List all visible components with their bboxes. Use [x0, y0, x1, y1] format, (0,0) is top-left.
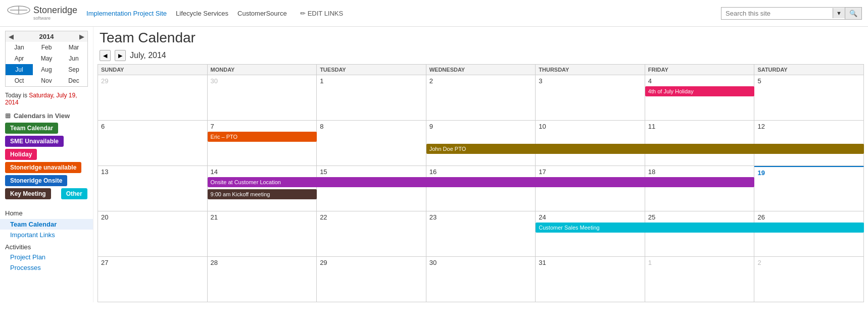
mini-cal-month-may[interactable]: May	[33, 53, 60, 64]
cal-cell-w1d1: 7	[208, 121, 317, 166]
cal-cell-w3d0: 20	[98, 211, 208, 257]
col-wednesday: WEDNESDAY	[426, 65, 536, 75]
mini-cal-month-mar[interactable]: Mar	[60, 42, 87, 53]
cal-cell-w4d5: 1	[645, 257, 755, 302]
cal-cell-w0d4: 3	[536, 75, 645, 121]
mini-cal-month-feb[interactable]: Feb	[33, 42, 60, 53]
logo: Stoneridge software	[6, 3, 77, 23]
cell-date: 24	[539, 213, 546, 221]
search-box: ▼ 🔍	[721, 7, 862, 20]
cal-prev-btn[interactable]: ◀	[100, 50, 111, 61]
cal-cell-w2d2: 15	[317, 166, 426, 211]
sidebar-link-project-plan[interactable]: Project Plan	[0, 252, 93, 262]
cal-cell-w0d5: 4	[645, 75, 755, 121]
cal-cell-w2d1: 14	[208, 166, 317, 211]
mini-cal-month-nov[interactable]: Nov	[33, 75, 60, 86]
cal-badge-team-calendar[interactable]: Team Calendar	[5, 123, 58, 134]
cal-badge-key-meeting[interactable]: Key Meeting	[5, 188, 51, 199]
mini-cal-month-apr[interactable]: Apr	[6, 53, 33, 64]
cell-date: 31	[539, 259, 546, 266]
cell-date: 9	[429, 123, 433, 130]
mini-cal-month-sep[interactable]: Sep	[60, 64, 87, 75]
calendars-header: ⊞ Calendars in View	[0, 110, 93, 122]
cal-cell-w1d5: 11	[645, 121, 755, 166]
cal-cell-w0d6: 5	[754, 75, 864, 121]
cell-date: 16	[429, 168, 437, 176]
mini-cal-month-dec[interactable]: Dec	[60, 75, 87, 86]
cell-date: 22	[320, 213, 327, 221]
cell-date: 8	[320, 123, 323, 130]
nav-customersource[interactable]: CustomerSource	[237, 10, 287, 17]
mini-cal-month-jun[interactable]: Jun	[60, 53, 87, 64]
cell-date: 4	[648, 77, 652, 85]
nav-site-title[interactable]: Implementation Project Site	[86, 10, 167, 17]
cal-badge-holiday[interactable]: Holiday	[5, 149, 37, 160]
sidebar: ◀ 2014 ▶ JanFebMarAprMayJunJulAugSepOctN…	[0, 27, 93, 302]
cal-badge-stoneridge-onsite[interactable]: Stoneridge Onsite	[5, 175, 67, 186]
cell-date: 15	[320, 168, 327, 176]
mini-cal-month-jan[interactable]: Jan	[6, 42, 33, 53]
cell-date: 23	[429, 213, 437, 221]
sidebar-link-important-links[interactable]: Important Links	[0, 230, 93, 240]
cell-date: 6	[101, 123, 105, 130]
cell-date: 20	[101, 213, 108, 221]
logo-text-area: Stoneridge software	[33, 6, 77, 21]
cell-date: 27	[101, 259, 108, 266]
cal-badge-other[interactable]: Other	[61, 188, 87, 199]
cell-date: 10	[539, 123, 546, 130]
search-dropdown-icon[interactable]: ▼	[833, 8, 845, 18]
cell-date: 29	[320, 259, 327, 266]
cell-date: 18	[648, 168, 655, 176]
cal-cell-w2d3: 16	[426, 166, 536, 211]
pencil-icon: ✏	[300, 10, 306, 17]
cell-date: 11	[648, 123, 655, 130]
mini-cal-next[interactable]: ▶	[79, 33, 84, 40]
sidebar-link-team-calendar[interactable]: Team Calendar	[0, 219, 93, 230]
col-sunday: SUNDAY	[98, 65, 208, 75]
cal-cell-w1d0: 6	[98, 121, 208, 166]
cal-cell-w2d5: 18	[645, 166, 755, 211]
cell-date: 12	[757, 123, 764, 130]
cell-date: 26	[757, 213, 764, 221]
calendar-grid: SUNDAY MONDAY TUESDAY WEDNESDAY THURSDAY…	[98, 64, 864, 302]
cell-date: 5	[757, 77, 761, 85]
search-button[interactable]: 🔍	[845, 8, 861, 19]
cal-cell-w2d0: 13	[98, 166, 208, 211]
cal-cell-w3d5: 25	[645, 211, 755, 257]
col-friday: FRIDAY	[645, 65, 755, 75]
cal-cell-w0d3: 2	[426, 75, 536, 121]
cell-date: 28	[211, 259, 218, 266]
cal-cell-w4d3: 30	[426, 257, 536, 302]
cell-date: 29	[101, 77, 108, 85]
cal-cell-w2d4: 17	[536, 166, 645, 211]
cal-next-btn[interactable]: ▶	[115, 50, 126, 61]
sidebar-link-processes[interactable]: Processes	[0, 262, 93, 273]
edit-links[interactable]: ✏ EDIT LINKS	[300, 10, 344, 17]
cal-cell-w3d3: 23	[426, 211, 536, 257]
cell-date: 1	[320, 77, 323, 85]
cal-cell-w3d2: 22	[317, 211, 426, 257]
cal-cell-w0d1: 30	[208, 75, 317, 121]
search-input[interactable]	[721, 8, 833, 19]
cal-week-2: 13141516171819Onsite at Customer Locatio…	[98, 166, 864, 211]
sidebar-home: Home	[0, 207, 93, 219]
mini-cal-prev[interactable]: ◀	[9, 33, 14, 40]
cell-date: 2	[757, 259, 761, 266]
cal-cell-w3d4: 24	[536, 211, 645, 257]
mini-cal-month-oct[interactable]: Oct	[6, 75, 33, 86]
cal-badge-sme-unavailable[interactable]: SME Unavailable	[5, 136, 64, 147]
cell-date: 1	[648, 259, 652, 266]
cal-cell-w3d1: 21	[208, 211, 317, 257]
cal-cell-w4d4: 31	[536, 257, 645, 302]
mini-cal-month-jul[interactable]: Jul	[6, 64, 33, 75]
cell-date: 25	[648, 213, 655, 221]
col-thursday: THURSDAY	[536, 65, 645, 75]
sidebar-nav: Home Team Calendar Important Links Activ…	[0, 207, 93, 273]
mini-cal-month-aug[interactable]: Aug	[33, 64, 60, 75]
cal-cell-w4d0: 27	[98, 257, 208, 302]
logo-icon	[6, 3, 31, 23]
nav-lifecycle[interactable]: Lifecycle Services	[176, 10, 228, 17]
mini-cal-year: 2014	[39, 33, 54, 40]
cal-badge-stoneridge-unavailable[interactable]: Stoneridge unavailable	[5, 162, 81, 173]
cell-date: 30	[211, 77, 218, 85]
